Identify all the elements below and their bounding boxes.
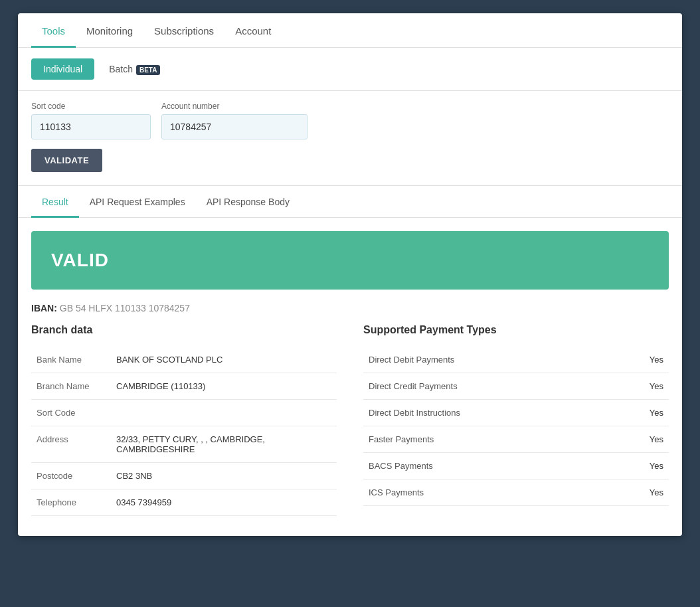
branch-key: Postcode — [31, 463, 111, 489]
valid-banner: VALID — [31, 231, 669, 290]
table-row: Sort Code — [31, 400, 337, 426]
table-row: Telephone0345 7394959 — [31, 489, 337, 516]
branch-val: BANK OF SCOTLAND PLC — [111, 347, 337, 373]
payment-label: Direct Credit Payments — [363, 373, 609, 400]
account-number-input[interactable] — [161, 114, 307, 139]
iban-label: IBAN: — [31, 303, 57, 313]
table-row: ICS PaymentsYes — [363, 479, 669, 506]
table-row: Branch NameCAMBRIDGE (110133) — [31, 373, 337, 400]
payment-types-title: Supported Payment Types — [363, 324, 669, 336]
payment-label: Direct Debit Payments — [363, 347, 609, 373]
payment-value: Yes — [609, 400, 669, 426]
nav-account[interactable]: Account — [224, 13, 282, 48]
tab-result[interactable]: Result — [31, 186, 79, 218]
branch-key: Branch Name — [31, 373, 111, 400]
nav-subscriptions[interactable]: Subscriptions — [143, 13, 224, 48]
payment-types: Supported Payment Types Direct Debit Pay… — [357, 324, 669, 516]
table-row: Address32/33, PETTY CURY, , , CAMBRIDGE,… — [31, 426, 337, 463]
valid-text: VALID — [51, 250, 109, 270]
top-nav: Tools Monitoring Subscriptions Account — [18, 13, 682, 48]
main-card: Tools Monitoring Subscriptions Account I… — [18, 13, 682, 536]
payment-value: Yes — [609, 373, 669, 400]
account-number-group: Account number — [161, 102, 307, 139]
payment-value: Yes — [609, 453, 669, 479]
table-row: Faster PaymentsYes — [363, 426, 669, 453]
branch-val: CB2 3NB — [111, 463, 337, 489]
account-number-label: Account number — [161, 102, 307, 111]
sort-code-input[interactable] — [31, 114, 151, 139]
payment-label: BACS Payments — [363, 453, 609, 479]
branch-data-title: Branch data — [31, 324, 337, 336]
payment-value: Yes — [609, 426, 669, 453]
payment-label: ICS Payments — [363, 479, 609, 506]
branch-val: 32/33, PETTY CURY, , , CAMBRIDGE, CAMBRI… — [111, 426, 337, 463]
data-section: Branch data Bank NameBANK OF SCOTLAND PL… — [18, 324, 682, 536]
branch-val: 0345 7394959 — [111, 489, 337, 516]
tab-api-request[interactable]: API Request Examples — [79, 186, 196, 218]
nav-monitoring[interactable]: Monitoring — [76, 13, 143, 48]
table-row: Direct Debit PaymentsYes — [363, 347, 669, 373]
validate-button[interactable]: VALIDATE — [31, 149, 102, 172]
beta-badge: BETA — [136, 65, 160, 75]
table-row: BACS PaymentsYes — [363, 453, 669, 479]
branch-data-table: Bank NameBANK OF SCOTLAND PLCBranch Name… — [31, 347, 337, 516]
branch-key: Sort Code — [31, 400, 111, 426]
tab-individual[interactable]: Individual — [31, 58, 94, 80]
branch-val: CAMBRIDGE (110133) — [111, 373, 337, 400]
branch-key: Bank Name — [31, 347, 111, 373]
tab-batch[interactable]: BatchBETA — [97, 58, 172, 80]
branch-key: Telephone — [31, 489, 111, 516]
iban-row: IBAN: GB 54 HLFX 110133 10784257 — [18, 296, 682, 324]
sort-code-label: Sort code — [31, 102, 151, 111]
nav-tools[interactable]: Tools — [31, 13, 76, 48]
table-row: Direct Credit PaymentsYes — [363, 373, 669, 400]
tab-api-response[interactable]: API Response Body — [196, 186, 300, 218]
form-row: Sort code Account number — [31, 102, 669, 139]
result-tabs: Result API Request Examples API Response… — [18, 186, 682, 218]
batch-label: Batch — [109, 64, 133, 74]
payment-types-table: Direct Debit PaymentsYesDirect Credit Pa… — [363, 347, 669, 506]
branch-key: Address — [31, 426, 111, 463]
iban-number: GB 54 HLFX 110133 10784257 — [60, 303, 190, 313]
form-area: Sort code Account number VALIDATE — [18, 91, 682, 186]
table-row: PostcodeCB2 3NB — [31, 463, 337, 489]
payment-label: Direct Debit Instructions — [363, 400, 609, 426]
payment-value: Yes — [609, 479, 669, 506]
table-row: Direct Debit InstructionsYes — [363, 400, 669, 426]
table-row: Bank NameBANK OF SCOTLAND PLC — [31, 347, 337, 373]
payment-value: Yes — [609, 347, 669, 373]
payment-label: Faster Payments — [363, 426, 609, 453]
branch-data: Branch data Bank NameBANK OF SCOTLAND PL… — [31, 324, 357, 516]
sub-tabs: Individual BatchBETA — [18, 48, 682, 91]
branch-val — [111, 400, 337, 426]
sort-code-group: Sort code — [31, 102, 151, 139]
